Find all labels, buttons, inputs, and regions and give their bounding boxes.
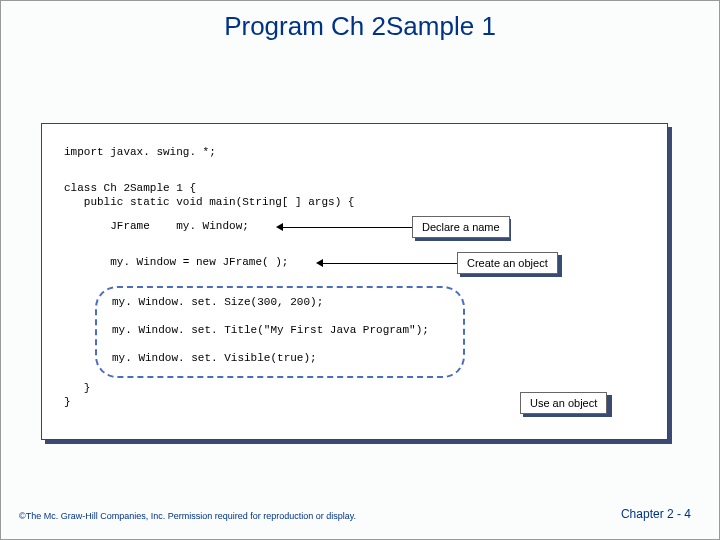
page-footer: Chapter 2 - 4 bbox=[621, 507, 691, 521]
arrow-head-declare bbox=[276, 223, 283, 231]
code-brace-outer: } bbox=[64, 396, 71, 408]
code-declare: JFrame my. Window; bbox=[64, 220, 249, 232]
code-main-sig: public static void main(String[ ] args) … bbox=[64, 196, 354, 208]
callout-create: Create an object bbox=[457, 252, 558, 274]
code-class-open: class Ch 2Sample 1 { bbox=[64, 182, 196, 194]
code-brace-inner: } bbox=[64, 382, 90, 394]
code-settitle: my. Window. set. Title("My First Java Pr… bbox=[112, 324, 429, 336]
arrow-head-create bbox=[316, 259, 323, 267]
slide-title: Program Ch 2Sample 1 bbox=[1, 11, 719, 42]
code-setvisible: my. Window. set. Visible(true); bbox=[112, 352, 317, 364]
arrow-create bbox=[322, 263, 457, 264]
code-import: import javax. swing. *; bbox=[64, 146, 216, 158]
callout-declare: Declare a name bbox=[412, 216, 510, 238]
code-create: my. Window = new JFrame( ); bbox=[64, 256, 288, 268]
copyright-footer: ©The Mc. Graw-Hill Companies, Inc. Permi… bbox=[19, 511, 356, 521]
code-panel: import javax. swing. *; class Ch 2Sample… bbox=[41, 123, 668, 440]
callout-use: Use an object bbox=[520, 392, 607, 414]
arrow-declare bbox=[282, 227, 412, 228]
code-setsize: my. Window. set. Size(300, 200); bbox=[112, 296, 323, 308]
